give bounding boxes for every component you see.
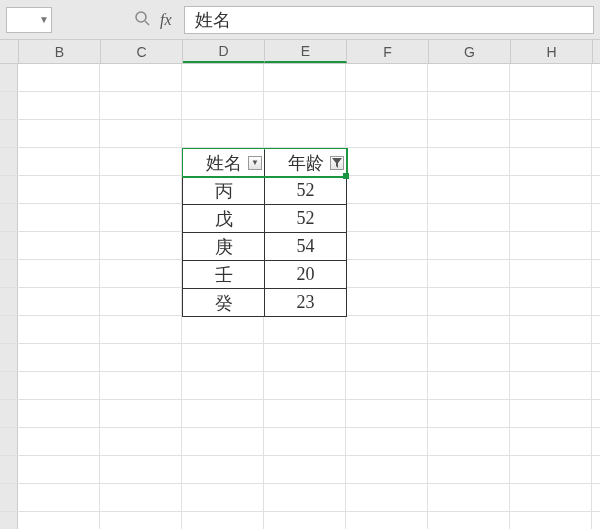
formula-bar: ▼ fx 姓名	[0, 0, 600, 40]
formula-text: 姓名	[195, 8, 231, 32]
col-header-h[interactable]: H	[511, 40, 593, 63]
filter-active-icon[interactable]	[330, 156, 344, 170]
formula-bar-icons: fx	[134, 10, 172, 30]
formula-input[interactable]: 姓名	[184, 6, 594, 34]
svg-point-0	[136, 12, 146, 22]
header-name[interactable]: 姓名 ▼	[183, 149, 265, 177]
table-row[interactable]: 癸23	[183, 289, 347, 317]
fx-icon[interactable]: fx	[160, 11, 172, 29]
col-header-c[interactable]: C	[101, 40, 183, 63]
table-row[interactable]: 庚54	[183, 233, 347, 261]
table-row[interactable]: 丙52	[183, 177, 347, 205]
col-header-f[interactable]: F	[347, 40, 429, 63]
col-header-b[interactable]: B	[19, 40, 101, 63]
col-header-e[interactable]: E	[265, 40, 347, 63]
search-icon[interactable]	[134, 10, 150, 30]
spreadsheet-grid[interactable]: 姓名 ▼ 年龄 丙52 戊52 庚54 壬20 癸23	[0, 64, 600, 529]
column-headers: B C D E F G H	[0, 40, 600, 64]
col-header-g[interactable]: G	[429, 40, 511, 63]
chevron-down-icon[interactable]: ▼	[39, 14, 49, 25]
col-header-d[interactable]: D	[183, 40, 265, 63]
table-row[interactable]: 壬20	[183, 261, 347, 289]
svg-line-1	[145, 21, 149, 25]
table-header-row: 姓名 ▼ 年龄	[183, 149, 347, 177]
header-age[interactable]: 年龄	[265, 149, 347, 177]
data-table: 姓名 ▼ 年龄 丙52 戊52 庚54 壬20 癸23	[182, 148, 347, 317]
name-box[interactable]: ▼	[6, 7, 52, 33]
table-row[interactable]: 戊52	[183, 205, 347, 233]
filter-dropdown-icon[interactable]: ▼	[248, 156, 262, 170]
